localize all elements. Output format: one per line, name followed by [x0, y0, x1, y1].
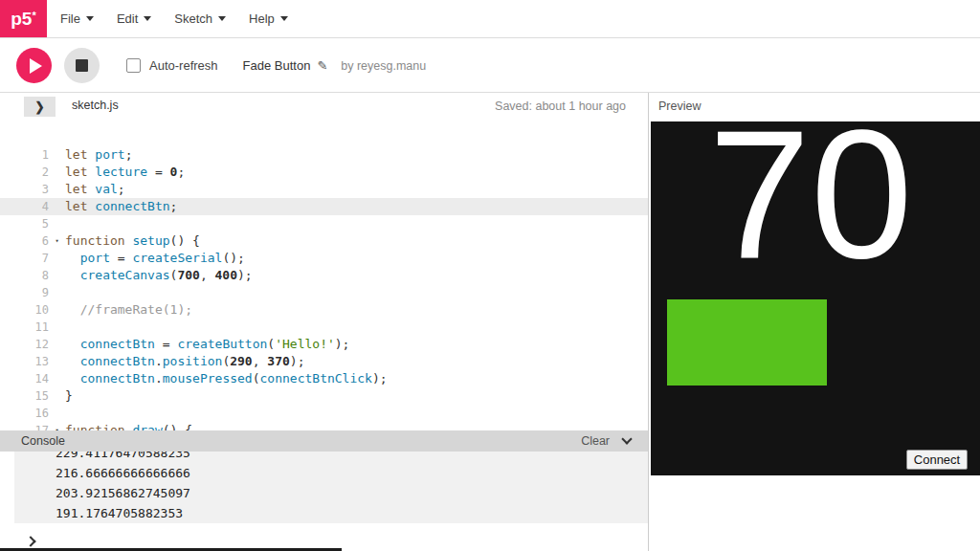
console-title: Console [21, 434, 65, 448]
line-number: 4 [0, 198, 49, 215]
code-line[interactable]: 7 port = createSerial(); [0, 250, 648, 267]
code-text: connectBtn.position(290, 370); [65, 353, 305, 370]
console-line: 191.1764705882353 [14, 503, 648, 523]
line-number: 10 [0, 301, 49, 319]
connect-button[interactable]: Connect [906, 450, 968, 470]
code-line[interactable]: 14 connectBtn.mousePressed(connectBtnCli… [0, 370, 648, 387]
p5-logo[interactable]: p5* [0, 0, 47, 37]
saved-status: Saved: about 1 hour ago [495, 99, 626, 113]
fold-spacer [49, 319, 65, 336]
code-text: connectBtn.mousePressed(connectBtnClick)… [65, 370, 388, 387]
console-output: 229.41176470588235216.66666666666666203.… [0, 452, 648, 532]
code-line[interactable]: 8 createCanvas(700, 400); [0, 267, 648, 284]
line-number: 3 [0, 181, 49, 198]
stop-button[interactable] [64, 48, 100, 83]
auto-refresh-label[interactable]: Auto-refresh [149, 58, 218, 73]
console-line: 229.41176470588235 [14, 452, 648, 463]
fold-spacer [49, 215, 65, 232]
caret-down-icon [280, 16, 288, 21]
menu-sketch[interactable]: Sketch [174, 11, 226, 26]
menu-bar: FileEditSketchHelp [60, 0, 288, 37]
fold-arrow-icon[interactable]: ▾ [49, 422, 65, 430]
sidebar-expand-button[interactable]: ❯ [24, 97, 56, 117]
code-line[interactable]: 17▾function draw() { [0, 422, 648, 430]
fold-spacer [49, 387, 65, 405]
line-number: 9 [0, 284, 49, 301]
caret-down-icon [144, 16, 151, 21]
code-line[interactable]: 16 [0, 405, 648, 422]
sketch-canvas[interactable]: 70 Connect [651, 121, 980, 475]
code-line[interactable]: 6▾function setup() { [0, 232, 648, 250]
fold-spacer [49, 370, 65, 387]
code-line[interactable]: 9 [0, 284, 648, 301]
console-rows: 229.41176470588235216.66666666666666203.… [14, 452, 648, 523]
menu-help[interactable]: Help [249, 11, 288, 26]
editor-header: ❯ sketch.js Saved: about 1 hour ago [0, 93, 648, 120]
code-line[interactable]: 11 [0, 319, 648, 336]
code-line[interactable]: 1let port; [0, 146, 648, 164]
menu-file[interactable]: File [60, 11, 94, 26]
code-line[interactable]: 10 //frameRate(1); [0, 301, 648, 319]
line-number: 13 [0, 353, 49, 370]
code-text: function setup() { [65, 232, 200, 250]
fold-spacer [49, 146, 65, 164]
edit-pencil-icon[interactable]: ✎ [317, 58, 327, 73]
code-line[interactable]: 5 [0, 215, 648, 232]
fold-spacer [49, 198, 65, 215]
code-text: function draw() { [65, 422, 192, 430]
code-line[interactable]: 4let connectBtn; [0, 198, 648, 215]
console-panel: Console Clear 229.41176470588235216.6666… [0, 430, 648, 551]
chevron-right-icon: ❯ [34, 99, 44, 114]
console-collapse-chevron-icon[interactable] [621, 433, 632, 444]
project-title: Fade Button [243, 58, 311, 73]
auto-refresh-checkbox[interactable] [126, 58, 141, 73]
fold-arrow-icon[interactable]: ▾ [49, 232, 65, 250]
code-lines: 1let port;2let lecture = 0;3let val;4let… [0, 146, 648, 430]
tab-sketch-js[interactable]: sketch.js [72, 99, 119, 112]
code-line[interactable]: 2let lecture = 0; [0, 164, 648, 181]
code-line[interactable]: 3let val; [0, 181, 648, 198]
line-number: 8 [0, 267, 49, 284]
line-number: 12 [0, 336, 49, 353]
code-text: let val; [65, 181, 125, 198]
code-text: connectBtn = createButton('Hello!'); [65, 336, 349, 353]
canvas-green-rect [667, 299, 827, 386]
line-number: 14 [0, 370, 49, 387]
line-number: 7 [0, 250, 49, 267]
code-text: port = createSerial(); [65, 250, 245, 267]
code-text: //frameRate(1); [65, 301, 192, 319]
fold-spacer [49, 284, 65, 301]
preview-panel: Preview 70 Connect [649, 93, 980, 551]
console-line: 203.92156862745097 [14, 483, 648, 503]
top-nav: p5* FileEditSketchHelp [0, 0, 980, 38]
fold-spacer [49, 301, 65, 319]
project-author: by reyesg.manu [341, 59, 426, 73]
main-split: ❯ sketch.js Saved: about 1 hour ago 1let… [0, 93, 980, 551]
line-number: 2 [0, 164, 49, 181]
code-line[interactable]: 15} [0, 387, 648, 405]
line-number: 6 [0, 232, 49, 250]
code-line[interactable]: 13 connectBtn.position(290, 370); [0, 353, 648, 370]
fold-spacer [49, 267, 65, 284]
code-line[interactable]: 12 connectBtn = createButton('Hello!'); [0, 336, 648, 353]
code-text: let connectBtn; [65, 198, 177, 215]
line-number: 11 [0, 319, 49, 336]
fold-spacer [49, 353, 65, 370]
console-clear-button[interactable]: Clear [581, 434, 610, 448]
line-number: 15 [0, 387, 49, 405]
code-editor[interactable]: 1let port;2let lecture = 0;3let val;4let… [0, 120, 648, 430]
fold-spacer [49, 181, 65, 198]
menu-edit[interactable]: Edit [117, 11, 151, 26]
caret-down-icon [218, 16, 226, 21]
line-number: 5 [0, 215, 49, 232]
fold-spacer [49, 164, 65, 181]
play-button[interactable] [16, 48, 52, 83]
toolbar: Auto-refresh Fade Button ✎ by reyesg.man… [0, 39, 980, 93]
code-text: createCanvas(700, 400); [65, 267, 253, 284]
code-text: let lecture = 0; [65, 164, 185, 181]
console-header: Console Clear [0, 430, 648, 452]
code-text: } [65, 387, 73, 405]
preview-title: Preview [658, 99, 701, 113]
line-number: 1 [0, 146, 49, 164]
play-icon [30, 58, 42, 74]
